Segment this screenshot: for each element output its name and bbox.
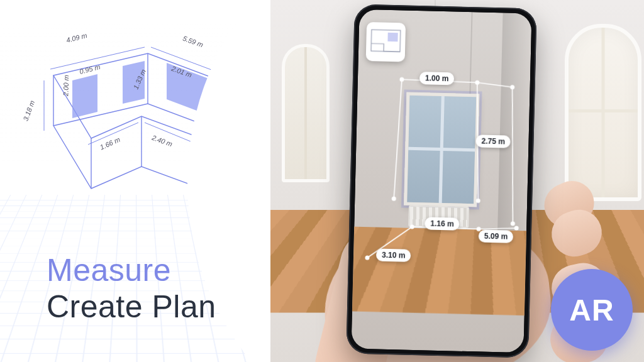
svg-rect-34 — [387, 33, 397, 41]
ar-label-1-00: 1.00 m — [419, 72, 455, 85]
phone-device: 1.00 m 2.75 m 1.16 m 5.09 m 3.10 m — [346, 4, 536, 358]
ar-label-3-10: 3.10 m — [376, 248, 411, 261]
headline-line2: Create Plan — [47, 289, 216, 326]
phone-screen[interactable]: 1.00 m 2.75 m 1.16 m 5.09 m 3.10 m — [351, 9, 531, 353]
minimap-card[interactable] — [366, 22, 406, 62]
ar-detected-window — [404, 92, 479, 207]
ar-label-5-09: 5.09 m — [479, 229, 514, 243]
ar-label-1-16: 1.16 m — [425, 217, 460, 230]
minimap-icon — [366, 22, 406, 62]
svg-marker-12 — [72, 74, 97, 118]
headline-line1: Measure — [47, 253, 216, 289]
dim-2-00: 2.00 m — [62, 75, 70, 96]
ar-badge: AR — [551, 269, 633, 351]
headline: Measure Create Plan — [47, 253, 216, 325]
bg-window-right — [565, 24, 641, 201]
ar-badge-label: AR — [569, 293, 614, 327]
ar-label-2-75: 2.75 m — [475, 134, 511, 148]
promo-stage: 4.09 m 5.59 m 3.18 m 2.43 m 2.40 m 1.66 … — [0, 0, 644, 362]
bg-window-left — [282, 44, 330, 182]
